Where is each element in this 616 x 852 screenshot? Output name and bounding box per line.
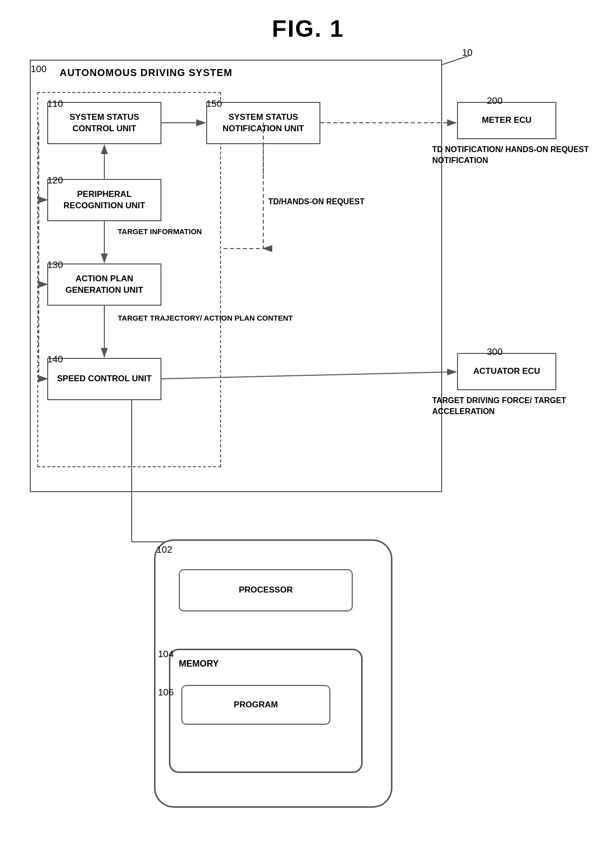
- system-status-notification-unit-box: SYSTEM STATUS NOTIFICATION UNIT: [206, 102, 320, 144]
- target-driving-force-label: TARGET DRIVING FORCE/ TARGET ACCELERATIO…: [432, 395, 616, 418]
- action-plan-generation-unit-label: ACTION PLAN GENERATION UNIT: [48, 273, 160, 295]
- ref-100: 100: [31, 64, 47, 75]
- meter-ecu-box: METER ECU: [457, 102, 556, 139]
- memory-label: MEMORY: [179, 659, 219, 669]
- ref-102: 102: [156, 544, 172, 555]
- ref-104: 104: [158, 649, 174, 660]
- processor-box: PROCESSOR: [179, 569, 353, 611]
- actuator-ecu-label: ACTUATOR ECU: [473, 366, 540, 377]
- ref-110: 110: [47, 98, 63, 109]
- ref-120: 120: [47, 175, 63, 186]
- program-box: PROGRAM: [181, 685, 330, 725]
- system-status-notification-unit-label: SYSTEM STATUS NOTIFICATION UNIT: [207, 112, 319, 134]
- peripheral-recognition-unit-box: PERIPHERAL RECOGNITION UNIT: [47, 179, 161, 221]
- target-trajectory-label: TARGET TRAJECTORY/ ACTION PLAN CONTENT: [118, 313, 293, 323]
- td-hands-on-request-label: TD/HANDS-ON REQUEST: [268, 196, 365, 207]
- speed-control-unit-label: SPEED CONTROL UNIT: [57, 373, 152, 384]
- peripheral-recognition-unit-label: PERIPHERAL RECOGNITION UNIT: [48, 189, 160, 211]
- td-notification-label: TD NOTIFICATION/ HANDS-ON REQUEST NOTIFI…: [432, 144, 616, 167]
- figure-title: FIG. 1: [272, 15, 344, 42]
- meter-ecu-label: METER ECU: [482, 115, 532, 126]
- ref-200: 200: [487, 95, 503, 106]
- system-status-control-unit-box: SYSTEM STATUS CONTROL UNIT: [47, 102, 161, 144]
- ref-130: 130: [47, 259, 63, 270]
- target-information-label: TARGET INFORMATION: [118, 226, 202, 237]
- ref-300: 300: [487, 346, 503, 357]
- processor-label: PROCESSOR: [239, 585, 293, 596]
- ref-140: 140: [47, 354, 63, 365]
- program-label: PROGRAM: [234, 699, 278, 710]
- speed-control-unit-box: SPEED CONTROL UNIT: [47, 358, 161, 400]
- system-status-control-unit-label: SYSTEM STATUS CONTROL UNIT: [48, 112, 160, 134]
- ref-106: 106: [158, 687, 174, 698]
- ref-150: 150: [206, 98, 222, 109]
- ref-10: 10: [462, 47, 472, 58]
- actuator-ecu-box: ACTUATOR ECU: [457, 353, 556, 390]
- autonomous-driving-system-label: AUTONOMOUS DRIVING SYSTEM: [60, 67, 232, 79]
- action-plan-generation-unit-box: ACTION PLAN GENERATION UNIT: [47, 263, 161, 306]
